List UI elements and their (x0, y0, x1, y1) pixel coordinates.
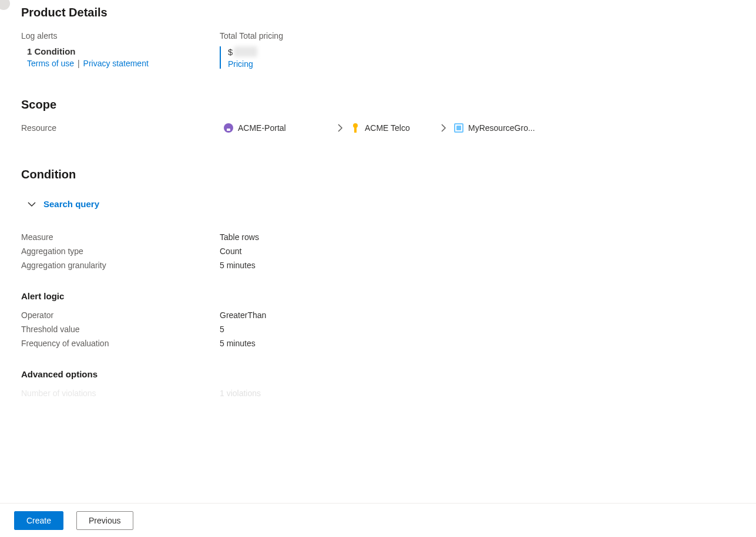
terms-of-use-link[interactable]: Terms of use (27, 59, 74, 68)
scope-heading: Scope (21, 98, 756, 112)
condition-count: 1 Condition (27, 46, 220, 56)
violations-label: Number of violations (21, 389, 220, 398)
breadcrumb-portal[interactable]: ACME-Portal (224, 123, 330, 133)
aggregation-type-row: Aggregation type Count (21, 246, 756, 256)
condition-heading: Condition (21, 168, 756, 181)
frequency-label: Frequency of evaluation (21, 339, 220, 348)
measure-row: Measure Table rows (21, 232, 756, 242)
scope-row: Resource ACME-Portal ACME Telco MyResour… (21, 123, 756, 133)
operator-label: Operator (21, 310, 220, 320)
previous-button[interactable]: Previous (76, 511, 133, 530)
aggregation-type-label: Aggregation type (21, 246, 220, 256)
pricing-column: Total Total pricing $ Pricing (220, 31, 283, 69)
measure-label: Measure (21, 232, 220, 242)
currency-symbol: $ (228, 47, 233, 57)
resource-label: Resource (21, 123, 224, 133)
breadcrumb-subscription[interactable]: ACME Telco (351, 123, 433, 133)
pricing-link[interactable]: Pricing (228, 59, 253, 69)
operator-value: GreaterThan (220, 310, 266, 320)
aggregation-granularity-label: Aggregation granularity (21, 261, 220, 270)
threshold-row: Threshold value 5 (21, 325, 756, 334)
chevron-down-icon (27, 200, 36, 209)
price-value-blurred (234, 46, 257, 57)
total-pricing-label: Total Total pricing (220, 31, 283, 40)
threshold-value: 5 (220, 325, 224, 334)
frequency-row: Frequency of evaluation 5 minutes (21, 339, 756, 348)
privacy-statement-link[interactable]: Privacy statement (83, 59, 149, 68)
link-separator: | (78, 59, 80, 68)
pricing-block: $ Pricing (220, 46, 283, 69)
chevron-right-icon (335, 123, 345, 133)
violations-row: Number of violations 1 violations (21, 389, 756, 398)
resource-breadcrumb: ACME-Portal ACME Telco MyResourceGro... (224, 123, 548, 133)
advanced-options-heading: Advanced options (21, 369, 756, 379)
breadcrumb-resource-group[interactable]: MyResourceGro... (454, 123, 548, 133)
key-icon (351, 123, 360, 133)
violations-value: 1 violations (220, 389, 261, 398)
breadcrumb-subscription-label: ACME Telco (365, 123, 410, 133)
breadcrumb-portal-label: ACME-Portal (238, 123, 286, 133)
app-insights-icon (224, 123, 233, 133)
alert-logic-heading: Alert logic (21, 291, 756, 301)
measure-value: Table rows (220, 232, 259, 242)
create-button[interactable]: Create (14, 511, 63, 530)
resource-group-icon (454, 123, 463, 133)
aggregation-granularity-row: Aggregation granularity 5 minutes (21, 261, 756, 270)
search-query-label: Search query (43, 199, 99, 209)
threshold-label: Threshold value (21, 325, 220, 334)
operator-row: Operator GreaterThan (21, 310, 756, 320)
product-details-row: Log alerts 1 Condition Terms of use | Pr… (21, 31, 756, 69)
log-alerts-label: Log alerts (21, 31, 220, 40)
footer-bar: Create Previous (0, 503, 756, 537)
aggregation-granularity-value: 5 minutes (220, 261, 256, 270)
frequency-value: 5 minutes (220, 339, 256, 348)
breadcrumb-resource-group-label: MyResourceGro... (468, 123, 535, 133)
log-alerts-block: Log alerts 1 Condition Terms of use | Pr… (21, 31, 220, 69)
aggregation-type-value: Count (220, 246, 241, 256)
chevron-right-icon (439, 123, 448, 133)
product-details-heading: Product Details (21, 6, 756, 19)
search-query-expander[interactable]: Search query (27, 199, 756, 209)
